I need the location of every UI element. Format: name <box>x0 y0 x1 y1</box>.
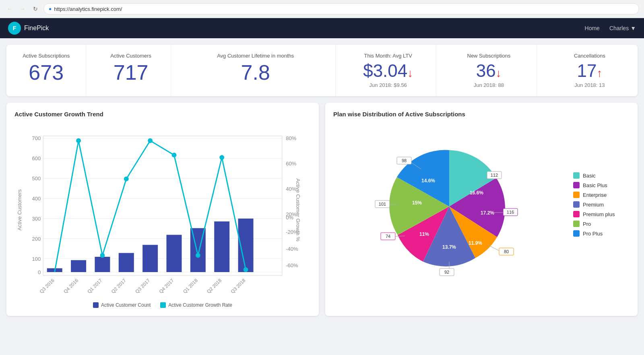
bar-chart-title: Active Customer Growth Trend <box>14 111 311 118</box>
main-content: Active Subscriptions 673 Active Customer… <box>0 38 644 322</box>
pie-legend-basicplus: Basic Plus <box>573 182 630 188</box>
svg-text:Active Customers: Active Customers <box>17 189 23 231</box>
svg-text:Q4 2016: Q4 2016 <box>62 277 79 294</box>
svg-text:80: 80 <box>504 249 509 254</box>
pie-legend-proplus: Pro Plus <box>573 230 630 237</box>
stat-value-subscriptions: 673 <box>16 62 76 83</box>
stat-sub-new-subs: Jun 2018: 88 <box>451 82 527 88</box>
stat-active-subscriptions: Active Subscriptions 673 <box>6 45 86 96</box>
svg-text:-60%: -60% <box>286 262 298 268</box>
svg-text:400: 400 <box>32 196 41 202</box>
svg-text:600: 600 <box>32 155 41 161</box>
pie-chart-title: Plan wise Distribution of Active Subscri… <box>333 111 630 118</box>
svg-text:Active Customer Growth %: Active Customer Growth % <box>295 178 301 241</box>
point-q1-2018 <box>196 253 200 258</box>
pie-color-basicplus <box>573 182 580 188</box>
stat-label-customers: Active Customers <box>101 53 161 59</box>
svg-text:Q2 2017: Q2 2017 <box>110 278 127 295</box>
svg-text:116: 116 <box>507 210 514 215</box>
stat-active-customers: Active Customers 717 <box>91 45 171 96</box>
arrow-down-new-subs: ↓ <box>496 67 502 79</box>
bar-chart-card: Active Customer Growth Trend 700 600 500 <box>6 103 319 316</box>
svg-text:80%: 80% <box>286 135 297 141</box>
point-q4-2016 <box>76 138 81 143</box>
svg-text:11%: 11% <box>419 231 429 237</box>
pie-legend-enterprise: Enterprise <box>573 192 630 198</box>
svg-text:-40%: -40% <box>286 246 298 252</box>
stat-label-new-subs: New Subscriptions <box>451 53 527 59</box>
stat-value-new-subs: 36↓ <box>451 62 527 80</box>
arrow-up-cancellations: ↑ <box>597 67 602 79</box>
arrow-down-ltv: ↓ <box>407 67 413 79</box>
svg-text:14.6%: 14.6% <box>421 178 435 184</box>
stat-cancellations: Cancellations 17↑ Jun 2018: 13 <box>542 45 638 96</box>
bar-q2-2017 <box>119 253 134 272</box>
stat-label-cancellations: Cancellations <box>551 53 628 59</box>
stat-sub-ltv: Jun 2018: $9.56 <box>350 82 426 88</box>
charts-row: Active Customer Growth Trend 700 600 500 <box>6 103 638 316</box>
svg-text:Q1 2017: Q1 2017 <box>86 278 103 295</box>
stat-value-cancellations: 17↑ <box>551 62 628 80</box>
bar-q1-2017 <box>95 257 110 272</box>
legend-rate: Active Customer Growth Rate <box>160 302 232 308</box>
svg-text:11.9%: 11.9% <box>469 240 482 246</box>
legend-count: Active Customer Count <box>93 302 151 308</box>
svg-text:15%: 15% <box>412 200 422 206</box>
pie-color-premiumplus <box>573 211 580 217</box>
stat-value-lifetime: 7.8 <box>186 62 326 83</box>
stat-value-customers: 717 <box>101 62 161 83</box>
svg-text:500: 500 <box>32 175 41 182</box>
svg-text:Q3 2016: Q3 2016 <box>39 277 56 294</box>
stat-label-subscriptions: Active Subscriptions <box>16 53 76 59</box>
home-nav-link[interactable]: Home <box>585 25 600 31</box>
brand-name: FinePick <box>24 25 49 32</box>
stat-label-ltv: This Month: Avg LTV <box>350 53 426 59</box>
refresh-button[interactable]: ↻ <box>31 4 40 14</box>
browser-chrome: ← → ↻ ● https://analytics.finepick.com/ <box>0 0 644 18</box>
url-text: https://analytics.finepick.com/ <box>54 6 122 12</box>
pie-legend-pro: Pro <box>573 221 630 227</box>
point-q2-2017 <box>124 177 129 182</box>
svg-text:60%: 60% <box>286 161 297 167</box>
svg-text:74: 74 <box>386 234 390 239</box>
pie-chart-card: Plan wise Distribution of Active Subscri… <box>325 103 638 316</box>
bar-q4-2017 <box>166 235 182 272</box>
forward-button[interactable]: → <box>18 4 27 14</box>
svg-text:17.2%: 17.2% <box>481 210 494 216</box>
svg-text:Q3 2017: Q3 2017 <box>134 278 151 295</box>
svg-text:700: 700 <box>32 135 41 141</box>
pie-svg-container: 16.6% 17.2% 11.9% 13.7% 11% 15% 14.6% 11… <box>333 128 565 281</box>
stat-sub-cancellations: Jun 2018: 13 <box>551 82 628 88</box>
user-menu[interactable]: Charles ▼ <box>609 25 636 31</box>
svg-text:101: 101 <box>379 202 386 206</box>
stat-value-ltv: $3.04↓ <box>350 62 426 80</box>
logo-area: F FinePick <box>8 22 585 35</box>
point-q3-2017 <box>148 138 153 143</box>
address-bar[interactable]: ● https://analytics.finepick.com/ <box>43 3 639 14</box>
back-button[interactable]: ← <box>5 4 14 14</box>
point-q3-2018 <box>244 267 248 272</box>
bar-q4-2016 <box>71 260 86 272</box>
svg-text:200: 200 <box>32 236 41 242</box>
stat-avg-lifetime: Avg Customer Lifetime in months 7.8 <box>176 45 336 96</box>
legend-box-rate <box>160 302 166 308</box>
pie-legend-basic: Basic <box>573 172 630 179</box>
logo-icon: F <box>8 22 21 35</box>
pie-color-proplus <box>573 230 580 237</box>
bar-chart-svg: 700 600 500 400 300 200 100 0 80% 60% 40… <box>14 124 311 296</box>
top-nav: F FinePick Home Charles ▼ <box>0 18 644 38</box>
bar-q2-2018 <box>214 221 229 272</box>
nav-links: Home Charles ▼ <box>585 25 636 31</box>
svg-text:98: 98 <box>402 158 407 163</box>
svg-text:300: 300 <box>32 216 41 222</box>
svg-text:Q1 2018: Q1 2018 <box>182 277 199 294</box>
pie-color-enterprise <box>573 192 580 198</box>
point-q2-2018 <box>219 155 224 160</box>
svg-text:112: 112 <box>491 173 498 178</box>
svg-text:92: 92 <box>444 270 449 275</box>
svg-text:0%: 0% <box>286 215 293 221</box>
svg-text:Q2 2018: Q2 2018 <box>206 277 223 294</box>
pie-color-basic <box>573 172 580 179</box>
stats-row: Active Subscriptions 673 Active Customer… <box>6 45 638 96</box>
bar-chart-container: 700 600 500 400 300 200 100 0 80% 60% 40… <box>14 124 311 297</box>
